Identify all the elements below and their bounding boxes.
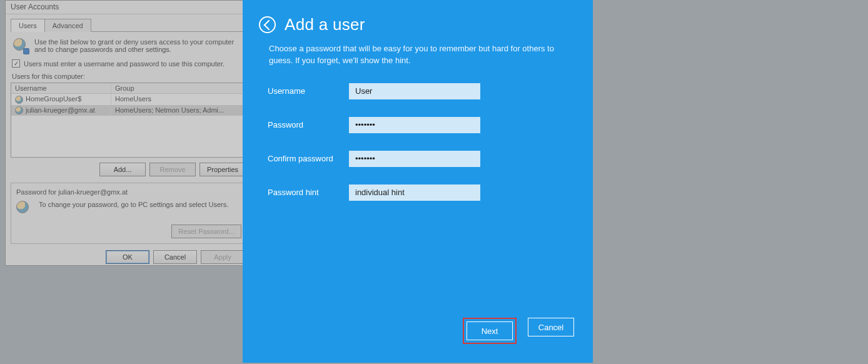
confirm-password-input[interactable] bbox=[349, 151, 480, 167]
password-instruction: To change your password, go to PC settin… bbox=[39, 201, 228, 208]
user-icon bbox=[15, 96, 23, 104]
must-enter-password-label: Users must enter a username and password… bbox=[24, 60, 225, 68]
password-hint-input[interactable] bbox=[349, 185, 480, 201]
table-row[interactable]: HomeGroupUser$ HomeUsers bbox=[11, 94, 246, 105]
users-icon bbox=[13, 38, 28, 53]
password-label: Password bbox=[268, 120, 349, 129]
user-icon bbox=[15, 106, 23, 114]
add-user-title: Add a user bbox=[285, 15, 365, 34]
must-enter-password-checkbox[interactable]: ✓ bbox=[12, 59, 20, 68]
next-button[interactable]: Next bbox=[467, 321, 513, 340]
password-groupbox: Password for julian-krueger@gmx.at To ch… bbox=[11, 183, 247, 244]
back-button[interactable] bbox=[259, 16, 276, 33]
column-username[interactable]: Username bbox=[11, 83, 111, 93]
properties-button[interactable]: Properties bbox=[199, 163, 246, 176]
password-hint-label: Password hint bbox=[268, 188, 349, 197]
password-input[interactable] bbox=[349, 117, 480, 133]
back-arrow-icon bbox=[263, 19, 274, 30]
users-icon bbox=[16, 201, 31, 216]
add-button[interactable]: Add... bbox=[99, 163, 146, 176]
users-list[interactable]: Username Group HomeGroupUser$ HomeUsers … bbox=[11, 83, 247, 158]
reset-password-button: Reset Password... bbox=[171, 225, 241, 238]
username-input[interactable] bbox=[349, 83, 480, 99]
username-label: Username bbox=[268, 86, 349, 96]
remove-button: Remove bbox=[149, 163, 196, 176]
column-group[interactable]: Group bbox=[111, 83, 246, 93]
user-accounts-dialog: User Accounts Users Advanced Use the lis… bbox=[5, 0, 253, 266]
user-accounts-title: User Accounts bbox=[6, 1, 252, 14]
add-user-panel: Add a user Choose a password that will b… bbox=[243, 0, 593, 363]
table-row[interactable]: julian-krueger@gmx.at HomeUsers; Netmon … bbox=[11, 105, 246, 116]
add-user-description: Choose a password that will be easy for … bbox=[243, 37, 593, 83]
instructions-text: Use the list below to grant or deny user… bbox=[34, 38, 245, 53]
apply-button: Apply bbox=[201, 250, 245, 264]
next-button-highlight: Next bbox=[463, 318, 517, 344]
tab-users[interactable]: Users bbox=[11, 19, 45, 32]
confirm-password-label: Confirm password bbox=[268, 154, 349, 163]
users-list-heading: Users for this computer: bbox=[11, 73, 247, 83]
cancel-button[interactable]: Cancel bbox=[153, 250, 197, 264]
user-accounts-tabs: Users Advanced bbox=[11, 18, 247, 32]
tab-advanced[interactable]: Advanced bbox=[44, 19, 91, 32]
add-user-cancel-button[interactable]: Cancel bbox=[528, 318, 574, 336]
ok-button[interactable]: OK bbox=[106, 250, 149, 264]
password-groupbox-title: Password for julian-krueger@gmx.at bbox=[16, 188, 241, 196]
